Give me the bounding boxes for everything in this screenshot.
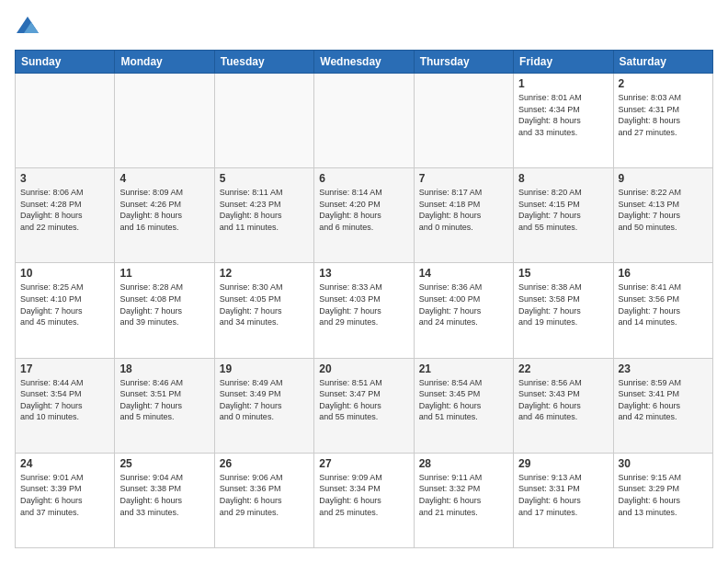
logo-icon [15,15,40,40]
day-info: Sunrise: 8:06 AM Sunset: 4:28 PM Dayligh… [20,187,109,233]
calendar-week-3: 10Sunrise: 8:25 AM Sunset: 4:10 PM Dayli… [16,263,713,358]
day-number: 28 [419,457,508,470]
calendar-day: 14Sunrise: 8:36 AM Sunset: 4:00 PM Dayli… [414,263,513,358]
header-sunday: Sunday [16,51,115,74]
day-number: 3 [20,172,109,185]
day-number: 6 [319,172,408,185]
calendar-day: 18Sunrise: 8:46 AM Sunset: 3:51 PM Dayli… [115,358,214,453]
header-saturday: Saturday [613,51,712,74]
day-number: 29 [518,457,608,470]
day-info: Sunrise: 8:51 AM Sunset: 3:47 PM Dayligh… [319,377,408,423]
calendar-day: 20Sunrise: 8:51 AM Sunset: 3:47 PM Dayli… [314,358,414,453]
calendar-day: 21Sunrise: 8:54 AM Sunset: 3:45 PM Dayli… [414,358,513,453]
calendar-day [16,74,115,168]
calendar-day: 5Sunrise: 8:11 AM Sunset: 4:23 PM Daylig… [214,168,313,263]
calendar-day: 6Sunrise: 8:14 AM Sunset: 4:20 PM Daylig… [314,168,414,263]
calendar-week-2: 3Sunrise: 8:06 AM Sunset: 4:28 PM Daylig… [16,168,713,263]
day-info: Sunrise: 8:46 AM Sunset: 3:51 PM Dayligh… [119,377,209,423]
day-info: Sunrise: 9:06 AM Sunset: 3:36 PM Dayligh… [220,472,309,518]
day-number: 4 [119,172,209,185]
day-info: Sunrise: 8:44 AM Sunset: 3:54 PM Dayligh… [20,377,109,423]
calendar-week-5: 24Sunrise: 9:01 AM Sunset: 3:39 PM Dayli… [16,453,713,547]
calendar-day [214,74,313,168]
calendar-day: 12Sunrise: 8:30 AM Sunset: 4:05 PM Dayli… [214,263,313,358]
calendar-week-4: 17Sunrise: 8:44 AM Sunset: 3:54 PM Dayli… [16,358,713,453]
day-number: 26 [220,457,309,470]
header-friday: Friday [514,51,613,74]
day-info: Sunrise: 8:03 AM Sunset: 4:31 PM Dayligh… [619,92,708,138]
logo [15,15,44,40]
day-number: 16 [619,267,708,280]
calendar-day: 23Sunrise: 8:59 AM Sunset: 3:41 PM Dayli… [613,358,712,453]
calendar-day: 10Sunrise: 8:25 AM Sunset: 4:10 PM Dayli… [16,263,115,358]
day-number: 14 [419,267,508,280]
calendar-day: 1Sunrise: 8:01 AM Sunset: 4:34 PM Daylig… [514,74,613,168]
calendar-day: 28Sunrise: 9:11 AM Sunset: 3:32 PM Dayli… [414,453,513,547]
page: SundayMondayTuesdayWednesdayThursdayFrid… [0,0,728,563]
calendar-day: 29Sunrise: 9:13 AM Sunset: 3:31 PM Dayli… [514,453,613,547]
day-number: 10 [20,267,109,280]
day-number: 20 [319,362,408,375]
calendar-day: 4Sunrise: 8:09 AM Sunset: 4:26 PM Daylig… [115,168,214,263]
calendar-day: 8Sunrise: 8:20 AM Sunset: 4:15 PM Daylig… [514,168,613,263]
day-number: 12 [220,267,309,280]
day-number: 15 [518,267,608,280]
day-number: 1 [518,77,608,90]
calendar-day [414,74,513,168]
day-number: 9 [619,172,708,185]
day-number: 30 [619,457,708,470]
day-info: Sunrise: 8:01 AM Sunset: 4:34 PM Dayligh… [518,92,608,138]
day-info: Sunrise: 8:56 AM Sunset: 3:43 PM Dayligh… [518,377,608,423]
day-info: Sunrise: 9:15 AM Sunset: 3:29 PM Dayligh… [619,472,708,518]
calendar-day: 9Sunrise: 8:22 AM Sunset: 4:13 PM Daylig… [613,168,712,263]
day-info: Sunrise: 9:11 AM Sunset: 3:32 PM Dayligh… [419,472,508,518]
calendar-header-row: SundayMondayTuesdayWednesdayThursdayFrid… [16,51,713,74]
day-info: Sunrise: 8:20 AM Sunset: 4:15 PM Dayligh… [518,187,608,233]
calendar-day: 2Sunrise: 8:03 AM Sunset: 4:31 PM Daylig… [613,74,712,168]
day-info: Sunrise: 8:17 AM Sunset: 4:18 PM Dayligh… [419,187,508,233]
header-tuesday: Tuesday [214,51,313,74]
calendar-day: 16Sunrise: 8:41 AM Sunset: 3:56 PM Dayli… [613,263,712,358]
day-number: 22 [518,362,608,375]
day-number: 27 [319,457,408,470]
day-info: Sunrise: 9:04 AM Sunset: 3:38 PM Dayligh… [119,472,209,518]
calendar-day: 30Sunrise: 9:15 AM Sunset: 3:29 PM Dayli… [613,453,712,547]
calendar-day: 3Sunrise: 8:06 AM Sunset: 4:28 PM Daylig… [16,168,115,263]
calendar-day: 27Sunrise: 9:09 AM Sunset: 3:34 PM Dayli… [314,453,414,547]
day-number: 23 [619,362,708,375]
day-number: 13 [319,267,408,280]
day-number: 17 [20,362,109,375]
calendar-day: 19Sunrise: 8:49 AM Sunset: 3:49 PM Dayli… [214,358,313,453]
day-info: Sunrise: 8:09 AM Sunset: 4:26 PM Dayligh… [119,187,209,233]
day-number: 18 [119,362,209,375]
calendar-day: 15Sunrise: 8:38 AM Sunset: 3:58 PM Dayli… [514,263,613,358]
calendar-week-1: 1Sunrise: 8:01 AM Sunset: 4:34 PM Daylig… [16,74,713,168]
day-info: Sunrise: 8:54 AM Sunset: 3:45 PM Dayligh… [419,377,508,423]
day-info: Sunrise: 8:30 AM Sunset: 4:05 PM Dayligh… [220,282,309,327]
calendar-day: 13Sunrise: 8:33 AM Sunset: 4:03 PM Dayli… [314,263,414,358]
calendar-day [115,74,214,168]
calendar-day: 11Sunrise: 8:28 AM Sunset: 4:08 PM Dayli… [115,263,214,358]
day-info: Sunrise: 9:01 AM Sunset: 3:39 PM Dayligh… [20,472,109,518]
day-info: Sunrise: 8:14 AM Sunset: 4:20 PM Dayligh… [319,187,408,233]
day-info: Sunrise: 8:36 AM Sunset: 4:00 PM Dayligh… [419,282,508,327]
calendar-day: 22Sunrise: 8:56 AM Sunset: 3:43 PM Dayli… [514,358,613,453]
calendar-table: SundayMondayTuesdayWednesdayThursdayFrid… [15,50,713,548]
day-info: Sunrise: 8:41 AM Sunset: 3:56 PM Dayligh… [619,282,708,327]
day-info: Sunrise: 8:49 AM Sunset: 3:49 PM Dayligh… [220,377,309,423]
day-number: 19 [220,362,309,375]
day-info: Sunrise: 8:11 AM Sunset: 4:23 PM Dayligh… [220,187,309,233]
day-number: 5 [220,172,309,185]
calendar-day: 26Sunrise: 9:06 AM Sunset: 3:36 PM Dayli… [214,453,313,547]
day-info: Sunrise: 8:22 AM Sunset: 4:13 PM Dayligh… [619,187,708,233]
day-number: 25 [119,457,209,470]
day-info: Sunrise: 9:09 AM Sunset: 3:34 PM Dayligh… [319,472,408,518]
day-number: 21 [419,362,508,375]
day-number: 8 [518,172,608,185]
day-number: 24 [20,457,109,470]
day-info: Sunrise: 8:28 AM Sunset: 4:08 PM Dayligh… [119,282,209,327]
calendar-day: 25Sunrise: 9:04 AM Sunset: 3:38 PM Dayli… [115,453,214,547]
day-info: Sunrise: 8:25 AM Sunset: 4:10 PM Dayligh… [20,282,109,327]
day-number: 7 [419,172,508,185]
header-monday: Monday [115,51,214,74]
